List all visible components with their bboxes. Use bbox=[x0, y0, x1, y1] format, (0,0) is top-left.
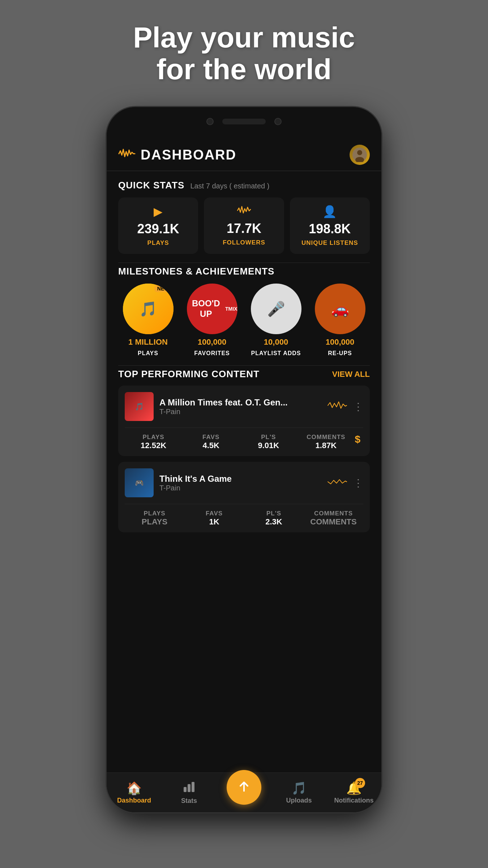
stat-comments-2: COMMENTS COMMENTS bbox=[304, 510, 363, 527]
content-title-2: Think It's A Game bbox=[159, 474, 321, 484]
milestone-favorites-value: 100,000 bbox=[198, 338, 227, 346]
stat-favs-label-1: FAVS bbox=[202, 434, 219, 441]
stat-comments-label-1: COMMENTS bbox=[307, 434, 345, 441]
dollar-icon-1: $ bbox=[355, 434, 363, 450]
stat-pls-label-2: PL'S bbox=[266, 510, 281, 517]
view-all-button[interactable]: VIEW ALL bbox=[332, 370, 370, 379]
stat-plays-value-2: PLAYS bbox=[142, 517, 167, 527]
svg-point-1 bbox=[357, 150, 362, 155]
stat-pls-label-1: PL'S bbox=[261, 434, 276, 441]
home-icon: 🏠 bbox=[127, 781, 142, 795]
content-card-1-top: 🎵 A Million Times feat. O.T. Gen... T-Pa… bbox=[118, 386, 370, 427]
stat-pls-value-2: 2.3K bbox=[265, 517, 282, 527]
phone-wrapper: DASHBOARD QUICK STATS Last 7 days bbox=[107, 107, 381, 812]
milestone-reups-value: 100,000 bbox=[326, 338, 355, 346]
speaker bbox=[222, 119, 266, 124]
quick-stats-subtitle: Last 7 days ( estimated ) bbox=[190, 182, 269, 190]
header-left: DASHBOARD bbox=[118, 147, 236, 163]
stat-plays-value-1: 12.52K bbox=[141, 441, 166, 450]
more-options-icon-2[interactable]: ⋮ bbox=[353, 477, 363, 489]
stat-plays-label-1: PLAYS bbox=[142, 434, 164, 441]
content-thumbnail-2: 🎮 bbox=[125, 468, 154, 497]
waveform-chart-icon-2[interactable] bbox=[327, 477, 347, 489]
nav-stats[interactable]: Stats bbox=[162, 778, 217, 808]
user-avatar[interactable] bbox=[350, 145, 370, 165]
dashboard-title: DASHBOARD bbox=[141, 147, 236, 163]
milestone-reups-img: 🚗 bbox=[315, 284, 365, 334]
svg-rect-3 bbox=[184, 787, 187, 792]
content-card-2-top: 🎮 Think It's A Game T-Pain bbox=[118, 462, 370, 504]
unique-listens-value: 198.8K bbox=[309, 221, 351, 237]
stat-pls-value-1: 9.01K bbox=[258, 441, 279, 450]
nav-stats-label: Stats bbox=[181, 797, 197, 805]
stat-card-plays: ▶ 239.1K PLAYS bbox=[118, 197, 198, 254]
unique-listens-label: UNIQUE LISTENS bbox=[301, 239, 358, 247]
nav-notifications[interactable]: 🔔 27 Notifications bbox=[326, 778, 381, 807]
milestone-favorites-img: BOO'D UPTMIX bbox=[187, 284, 237, 334]
content-actions-1: ⋮ bbox=[327, 400, 363, 413]
bottom-navigation: 🏠 Dashboard Stats bbox=[107, 773, 381, 812]
milestone-playlist-value: 10,000 bbox=[264, 338, 288, 346]
content-info-1: A Million Times feat. O.T. Gen... T-Pain bbox=[159, 397, 321, 416]
milestone-playlist[interactable]: 🎤 10,000 PLAYLIST ADDS bbox=[246, 284, 306, 357]
nav-notifications-label: Notifications bbox=[334, 797, 373, 804]
waveform-chart-icon-1[interactable] bbox=[327, 400, 347, 413]
top-content-title: TOP PERFORMING CONTENT bbox=[118, 369, 260, 380]
more-options-icon-1[interactable]: ⋮ bbox=[353, 401, 363, 413]
music-note-icon: 🎵 bbox=[291, 781, 307, 795]
phone-shell: DASHBOARD QUICK STATS Last 7 days bbox=[107, 107, 381, 812]
milestone-plays-label: PLAYS bbox=[138, 350, 158, 357]
notification-badge-wrapper: 🔔 27 bbox=[346, 781, 361, 795]
screen: DASHBOARD QUICK STATS Last 7 days bbox=[107, 136, 381, 812]
nav-dashboard[interactable]: 🏠 Dashboard bbox=[107, 778, 162, 807]
page-background: Play your music for the world bbox=[0, 0, 488, 868]
stat-favs-value-2: 1K bbox=[209, 517, 219, 527]
nav-uploads-label: Uploads bbox=[286, 797, 312, 804]
headline-line2: for the world bbox=[157, 53, 331, 85]
stat-card-followers: 17.7K FOLLOWERS bbox=[204, 197, 284, 254]
milestone-plays[interactable]: NEW 🎵 1 MILLION PLAYS bbox=[118, 284, 178, 357]
play-icon: ▶ bbox=[154, 205, 163, 218]
stat-comments-value-1: 1.87K bbox=[316, 441, 337, 450]
headline-line1: Play your music bbox=[133, 21, 355, 54]
content-actions-2: ⋮ bbox=[327, 477, 363, 489]
content-artist-2: T-Pain bbox=[159, 484, 321, 492]
nav-uploads[interactable]: 🎵 Uploads bbox=[271, 778, 326, 807]
stat-favs-2: FAVS 1K bbox=[184, 510, 244, 527]
svg-rect-4 bbox=[188, 784, 191, 792]
stat-plays-label-2: PLAYS bbox=[144, 510, 165, 517]
milestones-title: MILESTONES & ACHIEVEMENTS bbox=[118, 266, 274, 277]
followers-waveform-icon bbox=[237, 205, 251, 218]
milestone-favorites[interactable]: BOO'D UPTMIX 100,000 FAVORITES bbox=[182, 284, 242, 357]
svg-rect-5 bbox=[192, 782, 194, 792]
stat-pls-1: PL'S 9.01K bbox=[240, 434, 297, 450]
milestone-playlist-label: PLAYLIST ADDS bbox=[251, 350, 301, 357]
stat-favs-1: FAVS 4.5K bbox=[182, 434, 240, 450]
plays-label: PLAYS bbox=[147, 239, 169, 247]
stats-row: ▶ 239.1K PLAYS 17.7K F bbox=[118, 197, 370, 254]
milestones-header: MILESTONES & ACHIEVEMENTS bbox=[118, 266, 370, 277]
milestone-reups[interactable]: 🚗 100,000 RE-UPS bbox=[310, 284, 370, 357]
logo-waveform-icon bbox=[118, 148, 136, 162]
upload-button[interactable] bbox=[227, 770, 261, 805]
content-card-2[interactable]: 🎮 Think It's A Game T-Pain bbox=[118, 462, 370, 532]
stat-favs-label-2: FAVS bbox=[206, 510, 223, 517]
content-card-1[interactable]: 🎵 A Million Times feat. O.T. Gen... T-Pa… bbox=[118, 386, 370, 456]
nav-upload-center bbox=[217, 767, 271, 813]
content-thumbnail-1: 🎵 bbox=[125, 392, 154, 421]
bar-chart-icon bbox=[183, 780, 195, 796]
milestone-favorites-label: FAVORITES bbox=[194, 350, 230, 357]
camera-left bbox=[206, 118, 214, 125]
content-artist-1: T-Pain bbox=[159, 408, 321, 416]
stat-comments-1: COMMENTS 1.87K bbox=[297, 434, 355, 450]
camera-right bbox=[274, 118, 282, 125]
followers-value: 17.7K bbox=[227, 221, 261, 236]
person-icon: 👤 bbox=[322, 205, 337, 218]
content-stats-1: PLAYS 12.52K FAVS 4.5K PL'S 9.01K bbox=[118, 428, 370, 456]
app-header: DASHBOARD bbox=[107, 136, 381, 171]
headline-text: Play your music for the world bbox=[133, 22, 355, 85]
plays-value: 239.1K bbox=[137, 221, 179, 237]
stat-favs-value-1: 4.5K bbox=[202, 441, 219, 450]
stat-plays-1: PLAYS 12.52K bbox=[125, 434, 182, 450]
new-badge: NEW bbox=[154, 285, 172, 292]
